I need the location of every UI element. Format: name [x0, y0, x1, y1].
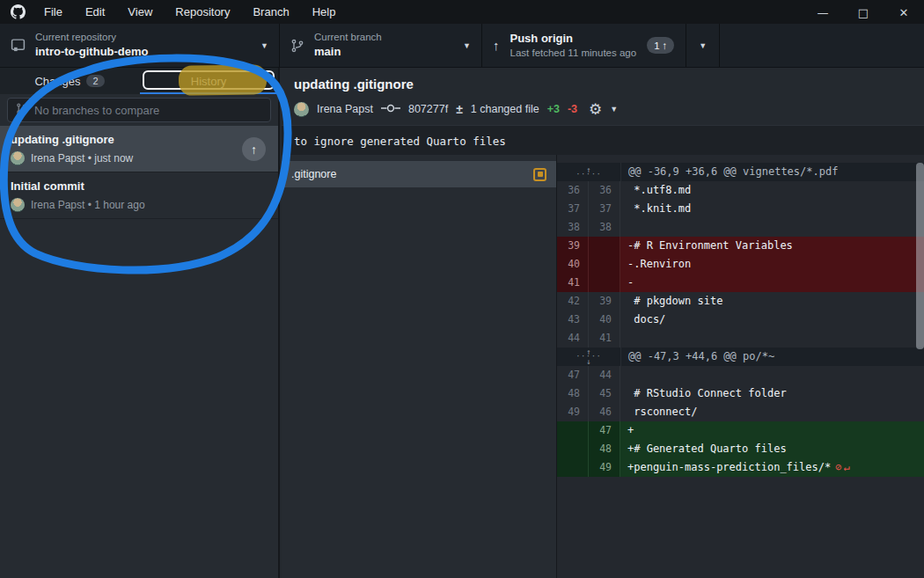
diff-line-text: # RStudio Connect folder: [620, 384, 924, 403]
diff-rows: ↑·····@@ -36,9 +36,6 @@ vignettes/*.pdf3…: [557, 163, 924, 477]
menu-item[interactable]: View: [116, 0, 164, 24]
menu-item[interactable]: Help: [301, 0, 348, 24]
changes-tab-label: Changes: [34, 75, 80, 88]
diff-line-text: # pkgdown site: [620, 292, 924, 311]
commit-author-time: Irena Papst • just now: [31, 152, 133, 165]
old-line-number: 44: [557, 329, 589, 348]
github-logo-icon: [11, 4, 26, 19]
tab-history[interactable]: History: [139, 68, 278, 94]
file-name: .gitignore: [291, 168, 336, 180]
push-origin-title: Push origin: [510, 31, 637, 47]
toolbar: Current repository intro-to-github-demo …: [0, 24, 924, 68]
commit-history-list: updating .gitignore Irena Papst • just n…: [0, 126, 278, 219]
push-origin-button[interactable]: ↑ Push origin Last fetched 11 minutes ag…: [482, 24, 720, 67]
commit-title: updating .gitignore: [11, 133, 268, 146]
new-line-number: 44: [589, 366, 620, 384]
old-line-number: [557, 458, 589, 477]
diff-line-text: rsconnect/: [620, 403, 924, 421]
diff-line: 4441: [557, 329, 924, 348]
diff-line: 3838: [557, 218, 924, 237]
badge-arrow-icon: ↑: [663, 40, 668, 51]
branch-compare-row: No branches to compare: [0, 94, 278, 126]
diff-line-text: *.knit.md: [620, 200, 924, 218]
sidebar: Changes 2 History No branches to compare…: [0, 68, 280, 578]
maximize-button[interactable]: □: [843, 0, 884, 24]
menu-item[interactable]: File: [33, 0, 74, 24]
new-line-number: 37: [589, 200, 620, 218]
commit-list-item[interactable]: Initial commit Irena Papst • 1 hour ago …: [0, 172, 278, 219]
old-line-number: 40: [557, 255, 589, 274]
new-line-number: 41: [589, 329, 620, 348]
commit-list-item[interactable]: updating .gitignore Irena Papst • just n…: [0, 126, 278, 172]
sidebar-tabs: Changes 2 History: [0, 68, 278, 94]
old-line-number: 38: [557, 218, 589, 237]
diff-line-text: -.Renviron: [620, 255, 924, 274]
branch-compare-placeholder: No branches to compare: [34, 104, 159, 117]
old-line-number: [557, 440, 589, 458]
file-row[interactable]: .gitignore: [282, 161, 556, 187]
old-line-number: 47: [557, 366, 589, 384]
commit-title: Initial commit: [11, 179, 268, 193]
menu-item[interactable]: Repository: [164, 0, 241, 24]
new-line-number: 47: [589, 421, 620, 440]
old-line-number: 41: [557, 274, 589, 292]
window-controls: — □ ✕: [803, 0, 924, 24]
expand-both-icon[interactable]: ↑·····↓: [557, 348, 621, 366]
old-line-number: 49: [557, 403, 589, 421]
old-line-number: 39: [557, 237, 589, 255]
new-line-number: 36: [589, 181, 620, 200]
old-line-number: 36: [557, 181, 589, 200]
diff-line-text: -# R Environment Variables: [620, 237, 924, 255]
gear-chevron-icon[interactable]: ▼: [610, 105, 618, 113]
minimize-button[interactable]: —: [803, 0, 843, 24]
new-line-number: 39: [589, 292, 620, 311]
diff-line-text: +# Generated Quarto files: [620, 440, 924, 458]
close-button[interactable]: ✕: [884, 0, 924, 24]
menu-item[interactable]: Edit: [74, 0, 116, 24]
history-tab-label: History: [191, 75, 226, 88]
diff-line: 49+penguin-mass-prediction_files/*⊘↵: [557, 458, 924, 477]
push-options-chevron-icon[interactable]: ▼: [686, 41, 707, 50]
current-branch-button[interactable]: Current branch main ▼: [280, 24, 482, 67]
expand-up-icon[interactable]: ↑·····: [557, 163, 621, 181]
diff-stat-icon: ±: [456, 102, 463, 116]
avatar: [11, 198, 25, 212]
new-line-number: 49: [589, 458, 620, 477]
old-line-number: 48: [557, 384, 589, 403]
branch-name: main: [314, 44, 382, 60]
diff-scrollbar[interactable]: [916, 163, 924, 349]
hunk-header-text: @@ -47,3 +44,6 @@ po/*~: [621, 348, 924, 366]
branch-label: Current branch: [314, 31, 382, 45]
old-line-number: 43: [557, 311, 589, 329]
commit-meta: Irena Papst • 1 hour ago: [11, 198, 268, 212]
avatar: [11, 151, 25, 165]
diff-line: 4340 docs/: [557, 311, 924, 329]
branch-icon: [16, 103, 27, 117]
diff-line: 48+# Generated Quarto files: [557, 440, 924, 458]
commit-author: Irena Papst: [317, 103, 373, 115]
commit-sha[interactable]: 807277f: [408, 103, 448, 115]
tab-changes[interactable]: Changes 2: [0, 68, 139, 94]
diff-line-text: [620, 218, 924, 237]
modified-file-icon: [533, 168, 546, 181]
gear-icon[interactable]: ⚙: [589, 100, 602, 118]
diff-line: 40-.Renviron: [557, 255, 924, 274]
diff-line-text: [620, 329, 924, 348]
new-line-number: [589, 255, 620, 274]
commit-author-time: Irena Papst • 1 hour ago: [31, 199, 145, 211]
current-repository-button[interactable]: Current repository intro-to-github-demo …: [0, 24, 280, 67]
github-desktop-window: FileEditViewRepositoryBranchHelp — □ ✕ C…: [0, 0, 924, 578]
commit-detail-meta: Irena Papst 807277f ± 1 changed file +3 …: [294, 100, 924, 118]
commit-description: to ignore generated Quarto files: [282, 125, 924, 156]
diff-line: 39-# R Environment Variables: [557, 237, 924, 255]
menu-item[interactable]: Branch: [241, 0, 300, 24]
new-line-number: 38: [589, 218, 620, 237]
branch-compare-input[interactable]: No branches to compare: [7, 98, 271, 122]
commit-icon: [381, 103, 400, 116]
old-line-number: 37: [557, 200, 589, 218]
chevron-down-icon: ▼: [260, 41, 268, 50]
repository-name: intro-to-github-demo: [35, 44, 149, 60]
no-newline-icon: ⊘↵: [831, 461, 851, 473]
diff-line: 4744: [557, 366, 924, 384]
push-origin-subtitle: Last fetched 11 minutes ago: [510, 47, 637, 61]
